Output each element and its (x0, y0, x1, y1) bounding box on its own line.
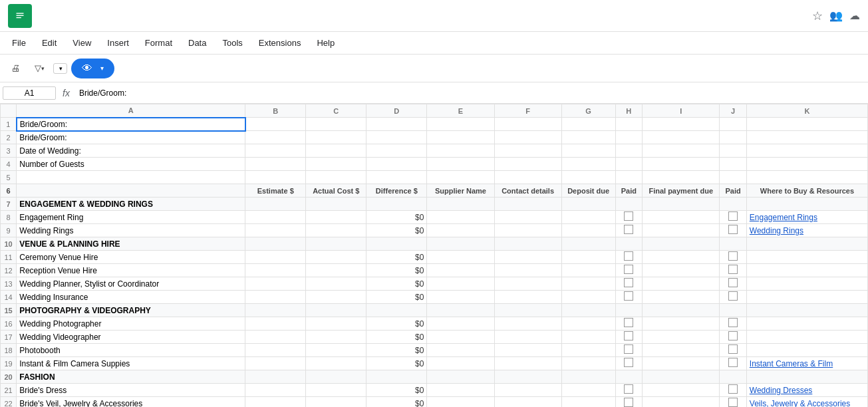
cell-e[interactable] (427, 384, 494, 397)
cell-f[interactable] (494, 264, 561, 277)
cell-h[interactable] (615, 158, 642, 171)
cell-a[interactable]: Bride's Dress (17, 384, 245, 397)
resource-link[interactable]: Veils, Jewelry & Accessories (750, 399, 850, 408)
checkbox-h[interactable] (624, 278, 633, 287)
checkbox-j[interactable] (728, 398, 738, 407)
cell-i[interactable] (643, 397, 720, 408)
cell-k[interactable]: Wedding Dresses (746, 384, 867, 397)
cell-d[interactable]: $0 (366, 397, 427, 408)
menu-item-help[interactable]: Help (310, 35, 341, 51)
cell-i[interactable] (643, 331, 720, 344)
cell-i[interactable] (643, 317, 720, 331)
cell-f[interactable] (494, 344, 561, 357)
cell-e[interactable] (427, 224, 494, 237)
cell-e[interactable] (427, 251, 494, 264)
cell-f[interactable] (494, 317, 561, 331)
cell-c[interactable] (306, 131, 366, 144)
checkbox-j[interactable] (728, 251, 738, 261)
cell-j[interactable] (720, 198, 746, 211)
cell-d[interactable]: $0 (366, 331, 427, 344)
cell-j[interactable] (720, 211, 746, 224)
cell-e[interactable] (427, 144, 494, 158)
cell-k[interactable]: Engagement Rings (746, 211, 867, 224)
cell-j[interactable] (720, 131, 746, 144)
cell-g[interactable] (561, 317, 615, 331)
col-header-a[interactable]: A (17, 104, 245, 118)
cell-h[interactable] (615, 397, 642, 408)
cell-h[interactable] (615, 344, 642, 357)
header-cell-h[interactable]: Paid (615, 184, 642, 198)
header-cell-c[interactable]: Actual Cost $ (306, 184, 366, 198)
cell-h[interactable] (615, 131, 642, 144)
cell-f[interactable] (494, 384, 561, 397)
cell-c[interactable] (306, 357, 366, 370)
cell-a[interactable]: Wedding Photographer (17, 317, 245, 331)
cell-j[interactable] (720, 237, 746, 251)
cell-a[interactable]: Wedding Insurance (17, 291, 245, 304)
header-cell-d[interactable]: Difference $ (366, 184, 427, 198)
cell-f[interactable] (494, 211, 561, 224)
cell-d[interactable] (366, 171, 427, 184)
checkbox-h[interactable] (624, 358, 633, 367)
checkbox-h[interactable] (624, 331, 633, 340)
cell-b[interactable] (245, 277, 306, 291)
cell-g[interactable] (561, 144, 615, 158)
cell-i[interactable] (643, 291, 720, 304)
col-header-e[interactable]: E (427, 104, 494, 118)
cell-h[interactable] (615, 384, 642, 397)
cell-i[interactable] (643, 211, 720, 224)
cell-f[interactable] (494, 370, 561, 384)
cell-b[interactable] (245, 384, 306, 397)
checkbox-j[interactable] (728, 331, 738, 340)
cell-f[interactable] (494, 251, 561, 264)
resource-link[interactable]: Engagement Rings (750, 213, 817, 222)
cell-b[interactable] (245, 158, 306, 171)
cell-h[interactable] (615, 171, 642, 184)
col-header-f[interactable]: F (494, 104, 561, 118)
checkbox-h[interactable] (624, 265, 633, 274)
checkbox-h[interactable] (624, 384, 633, 394)
cell-c[interactable] (306, 224, 366, 237)
cell-j[interactable] (720, 251, 746, 264)
cell-h[interactable] (615, 224, 642, 237)
cell-b[interactable] (245, 131, 306, 144)
cell-b[interactable] (245, 118, 306, 131)
cell-d[interactable]: $0 (366, 277, 427, 291)
col-header-d[interactable]: D (366, 104, 427, 118)
cell-e[interactable] (427, 370, 494, 384)
cell-j[interactable] (720, 344, 746, 357)
checkbox-h[interactable] (624, 398, 633, 407)
cell-d[interactable]: $0 (366, 251, 427, 264)
cell-b[interactable] (245, 237, 306, 251)
cell-h[interactable] (615, 198, 642, 211)
cell-f[interactable] (494, 171, 561, 184)
cell-g[interactable] (561, 118, 615, 131)
cell-d[interactable]: $0 (366, 317, 427, 331)
cell-e[interactable] (427, 237, 494, 251)
checkbox-h[interactable] (624, 211, 633, 221)
cell-c[interactable] (306, 237, 366, 251)
cell-e[interactable] (427, 357, 494, 370)
cell-d[interactable]: $0 (366, 357, 427, 370)
cell-c[interactable] (306, 384, 366, 397)
menu-item-view[interactable]: View (66, 35, 98, 51)
col-header-b[interactable]: B (245, 104, 306, 118)
cell-g[interactable] (561, 304, 615, 317)
filter-button[interactable]: ▽ ▾ (29, 59, 49, 78)
cell-j[interactable] (720, 384, 746, 397)
cell-f[interactable] (494, 277, 561, 291)
cell-e[interactable] (427, 211, 494, 224)
cell-b[interactable] (245, 224, 306, 237)
menu-item-format[interactable]: Format (138, 35, 179, 51)
cell-a[interactable]: FASHION (17, 370, 245, 384)
cell-d[interactable] (366, 158, 427, 171)
checkbox-j[interactable] (728, 344, 738, 354)
checkbox-j[interactable] (728, 384, 738, 394)
cell-b[interactable] (245, 264, 306, 277)
cell-a[interactable]: Wedding Planner, Stylist or Coordinator (17, 277, 245, 291)
cell-reference[interactable] (3, 86, 56, 100)
cell-h[interactable] (615, 304, 642, 317)
cell-b[interactable] (245, 211, 306, 224)
star-icon[interactable]: ☆ (812, 9, 823, 23)
cell-g[interactable] (561, 344, 615, 357)
